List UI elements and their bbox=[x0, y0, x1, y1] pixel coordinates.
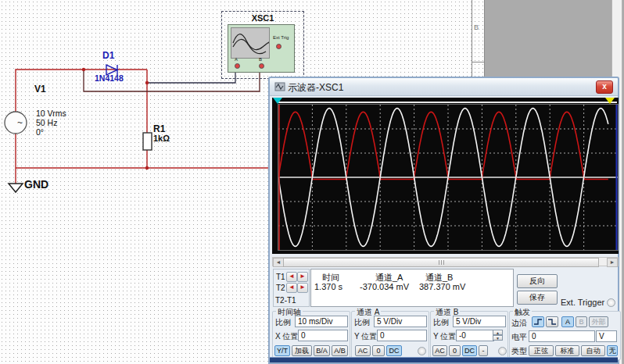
add-mode-button[interactable]: 加载 bbox=[292, 345, 312, 356]
channel-a-ypos-label: Y 位置 bbox=[354, 331, 377, 342]
t1-right-button[interactable]: ► bbox=[297, 272, 308, 282]
channel-b-zero-button[interactable]: 0 bbox=[449, 345, 461, 356]
timebase-group: 时间轴 比例 10 ms/Div X 位置 0 Y/T 加载 B/A A/B bbox=[272, 311, 350, 360]
cursor-controls: T1 ◄ ► T2 ◄ ► T2-T1 bbox=[273, 269, 310, 307]
ext-trigger-connector-icon[interactable] bbox=[607, 298, 615, 307]
channel-a-ac-button[interactable]: AC bbox=[355, 345, 371, 356]
channel-b-invert-button[interactable]: - bbox=[479, 345, 488, 356]
ba-mode-button[interactable]: B/A bbox=[314, 345, 330, 356]
xsc1-ref-label: XSC1 bbox=[222, 13, 303, 23]
oscilloscope-app-icon bbox=[274, 81, 285, 92]
xsc1-terminal-b[interactable] bbox=[259, 63, 264, 69]
timebase-scale-label: 比例 bbox=[275, 317, 291, 328]
channel-a-group: 通道 A 比例 5 V/Div Y 位置 0 AC 0 DC bbox=[351, 311, 429, 360]
save-button[interactable]: 保存 bbox=[517, 291, 558, 305]
window-titlebar[interactable]: 示波器-XSC1 x bbox=[270, 78, 618, 96]
scroll-right-arrow[interactable]: ► bbox=[607, 258, 618, 267]
channel-b-scale-field[interactable]: 5 V/Div bbox=[453, 316, 506, 327]
xsc1-mini-screen bbox=[231, 27, 270, 59]
trigger-level-unit-field: V bbox=[596, 330, 617, 342]
trigger-type-auto-button[interactable]: 自动 bbox=[581, 345, 605, 356]
trigger-type-none-button[interactable]: 无 bbox=[607, 345, 618, 356]
xsc1-terminal-a-label: A bbox=[235, 57, 238, 62]
trigger-group: 触发 边沿 A B 外部 电平 0 V 类型 正弦 标准 自动 无 bbox=[509, 311, 621, 360]
channel-a-zero-button[interactable]: 0 bbox=[372, 345, 385, 356]
channel-b-ac-button[interactable]: AC bbox=[432, 345, 447, 356]
t2-cursor-marker[interactable] bbox=[605, 98, 615, 104]
ab-mode-button[interactable]: A/B bbox=[332, 345, 348, 356]
scroll-left-arrow[interactable]: ◄ bbox=[273, 258, 284, 267]
channel-a-scale-field[interactable]: 5 V/Div bbox=[374, 316, 427, 327]
yt-mode-button[interactable]: Y/T bbox=[274, 345, 290, 356]
t2t1-label: T2-T1 bbox=[275, 296, 296, 305]
timebase-xpos-field[interactable]: 0 bbox=[298, 330, 348, 341]
channel-b-ypos-field[interactable]: -0 bbox=[456, 330, 494, 341]
r1-value-label[interactable]: 1kΩ bbox=[153, 134, 170, 143]
gnd-label[interactable]: GND bbox=[24, 178, 48, 191]
v1-ref-label[interactable]: V1 bbox=[34, 84, 46, 95]
multisim-workspace: { "schematic": { "v1": {"ref": "V1", "pr… bbox=[0, 0, 624, 364]
timebase-scale-field[interactable]: 10 ms/Div bbox=[295, 316, 348, 327]
channel-a-ypos-field[interactable]: 0 bbox=[377, 330, 427, 341]
channel-b-group: 通道 B 比例 5 V/Div Y 位置 -0 ▲ ▼ AC 0 DC - bbox=[430, 311, 508, 360]
channel-b-ypos-label: Y 位置 bbox=[433, 331, 456, 342]
trigger-level-label: 电平 bbox=[511, 332, 527, 343]
xsc1-terminal-a[interactable] bbox=[235, 63, 240, 69]
trigger-source-ext-button[interactable]: 外部 bbox=[589, 316, 608, 327]
oscilloscope-window: 示波器-XSC1 x ◄ ► T1 ◄ ► T2 ◄ ► T2-T1 bbox=[268, 77, 619, 364]
t1-time-value: 1.370 s bbox=[314, 282, 342, 291]
window-title: 示波器-XSC1 bbox=[288, 81, 343, 95]
scrollbar-grip bbox=[439, 260, 445, 265]
d1-part-label[interactable]: 1N4148 bbox=[95, 73, 124, 83]
falling-edge-icon bbox=[547, 317, 558, 326]
xsc1-ext-trig-terminal[interactable] bbox=[276, 44, 282, 49]
trigger-source-a-button[interactable]: A bbox=[561, 316, 574, 327]
oscilloscope-icon-xsc1[interactable]: XSC1 Ext Trig A B bbox=[221, 11, 304, 79]
t2-left-button[interactable]: ◄ bbox=[286, 283, 297, 293]
v1-properties[interactable]: 10 Vrms50 Hz0° bbox=[36, 109, 66, 137]
t2-label: T2 bbox=[276, 284, 285, 292]
timebase-xpos-label: X 位置 bbox=[275, 331, 298, 342]
display-horizontal-scrollbar[interactable]: ◄ ► bbox=[272, 257, 619, 266]
measurement-readout: 时间 通道_A 通道_B 1.370 s -370.034 mV 387.370… bbox=[310, 269, 514, 307]
t2-right-button[interactable]: ► bbox=[297, 283, 308, 293]
ypos-spinner-up[interactable]: ▲ bbox=[493, 330, 503, 335]
channel-a-value: -370.034 mV bbox=[360, 282, 409, 291]
trigger-level-field[interactable]: 0 bbox=[529, 330, 595, 342]
channel-a-dc-button[interactable]: DC bbox=[386, 345, 402, 356]
xsc1-ext-trig-label: Ext Trig bbox=[273, 35, 289, 40]
xsc1-terminal-b-label: B bbox=[259, 57, 262, 62]
t1-label: T1 bbox=[276, 273, 285, 281]
trigger-type-normal-button[interactable]: 标准 bbox=[555, 345, 579, 356]
close-button[interactable]: x bbox=[596, 80, 613, 94]
window-bottom-border bbox=[270, 357, 618, 362]
trigger-title: 触发 bbox=[513, 307, 532, 318]
sheet-zone-tick bbox=[472, 62, 485, 62]
trigger-edge-label: 边沿 bbox=[511, 318, 527, 329]
rising-edge-button[interactable] bbox=[532, 316, 544, 327]
d1-ref-label[interactable]: D1 bbox=[102, 50, 114, 61]
scope-plot bbox=[278, 104, 619, 251]
channel-a-scale-label: 比例 bbox=[354, 317, 370, 328]
trigger-type-label: 类型 bbox=[511, 346, 527, 357]
trigger-source-b-button[interactable]: B bbox=[576, 316, 587, 327]
trigger-type-sine-button[interactable]: 正弦 bbox=[529, 345, 554, 356]
t1-left-button[interactable]: ◄ bbox=[286, 272, 297, 282]
t1-cursor-marker[interactable] bbox=[273, 98, 282, 104]
ypos-spinner-down[interactable]: ▼ bbox=[493, 335, 503, 341]
xsc1-body[interactable]: Ext Trig A B bbox=[228, 24, 295, 73]
channel-b-connector-icon bbox=[498, 347, 507, 355]
scrollbar-thumb[interactable] bbox=[283, 258, 599, 267]
sheet-zone-label: B bbox=[474, 23, 479, 31]
scope-display bbox=[272, 98, 619, 254]
rising-edge-icon bbox=[533, 317, 543, 326]
reverse-button[interactable]: 反向 bbox=[517, 274, 558, 288]
ext-trigger-label: Ext. Trigger bbox=[561, 298, 604, 307]
channel-b-value: 387.370 mV bbox=[419, 282, 465, 291]
channel-b-scale-label: 比例 bbox=[433, 317, 449, 328]
channel-b-dc-button[interactable]: DC bbox=[462, 345, 477, 356]
channel-a-connector-icon bbox=[418, 347, 426, 355]
cursor-track bbox=[278, 102, 617, 103]
falling-edge-button[interactable] bbox=[546, 316, 558, 327]
r1-ref-label[interactable]: R1 bbox=[153, 123, 165, 134]
